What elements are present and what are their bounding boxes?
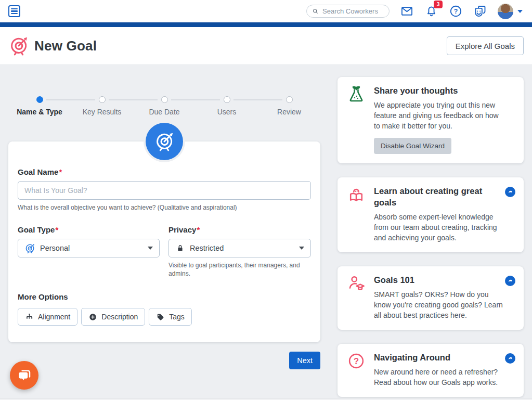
goal-form-card: Goal Name* What is the overall objective… — [8, 141, 320, 342]
coworker-search[interactable] — [306, 5, 390, 18]
personal-goal-icon — [24, 243, 35, 254]
privacy-value: Restricted — [190, 244, 224, 252]
wizard-column: Name & Type Key Results Due Date Users R… — [8, 65, 320, 400]
step-label-users: Users — [190, 108, 263, 116]
alignment-button[interactable]: Alignment — [18, 308, 77, 326]
step-connector — [171, 99, 220, 100]
step-label-key-results: Key Results — [66, 108, 138, 116]
learn-goals-card: Learn about creating great goals Absorb … — [338, 177, 524, 252]
tag-icon — [156, 313, 165, 321]
chat-bubbles-icon — [17, 368, 32, 383]
share-thoughts-card: Share your thoughts We appreciate you tr… — [338, 77, 524, 163]
share-arrow-icon — [507, 189, 514, 196]
step-connector — [233, 99, 282, 100]
lock-icon — [175, 243, 185, 253]
chevron-down-icon — [517, 10, 523, 13]
card-body: Absorb some expert-level knowledge from … — [374, 212, 503, 243]
notifications-bell-icon[interactable]: 3 — [424, 4, 438, 18]
goals-101-card: Goals 101 SMART goals? OKRs? How do you … — [338, 266, 524, 330]
footer-divider — [0, 398, 532, 400]
required-asterisk: * — [59, 167, 62, 176]
goal-bubble-icon — [146, 123, 183, 160]
description-button[interactable]: Description — [81, 308, 145, 326]
page-header: New Goal Explore All Goals — [0, 27, 532, 65]
step-label-due-date: Due Date — [128, 108, 201, 116]
mail-icon[interactable] — [400, 4, 414, 18]
open-link-button[interactable] — [505, 276, 515, 286]
svg-text:?: ? — [454, 8, 458, 15]
step-label-name-type: Name & Type — [3, 108, 76, 116]
card-title: Share your thoughts — [374, 85, 503, 96]
card-body: We appreciate you trying out this new fe… — [374, 100, 503, 131]
open-link-button[interactable] — [505, 353, 515, 364]
disable-goal-wizard-button[interactable]: Disable Goal Wizard — [374, 138, 451, 154]
chevron-down-icon — [148, 247, 153, 250]
masks-icon[interactable] — [473, 4, 487, 18]
tags-label: Tags — [169, 313, 185, 321]
page-title: New Goal — [34, 38, 97, 54]
card-title: Goals 101 — [374, 274, 503, 286]
svg-text:?: ? — [354, 356, 359, 366]
step-dot-name-type[interactable] — [36, 96, 43, 103]
step-dot-review[interactable] — [286, 96, 293, 103]
explore-all-goals-button[interactable]: Explore All Goals — [447, 36, 524, 55]
description-label: Description — [101, 313, 138, 321]
help-sidebar: Share your thoughts We appreciate you tr… — [338, 77, 524, 400]
card-title: Learn about creating great goals — [374, 185, 503, 208]
open-link-button[interactable] — [505, 187, 515, 197]
alignment-icon — [25, 313, 34, 321]
notification-count-badge: 3 — [434, 1, 443, 8]
step-connector — [109, 99, 158, 100]
required-asterisk: * — [55, 225, 58, 234]
goal-name-label: Goal Name* — [18, 167, 311, 176]
help-icon[interactable]: ? — [449, 4, 463, 18]
goal-type-select[interactable]: Personal — [18, 239, 160, 257]
top-navigation-bar: 3 ? — [0, 0, 532, 22]
next-button[interactable]: Next — [289, 352, 320, 369]
share-arrow-icon — [507, 355, 514, 362]
content-area: Name & Type Key Results Due Date Users R… — [0, 65, 532, 400]
graduate-icon — [347, 274, 366, 293]
chevron-down-icon — [299, 247, 304, 250]
hamburger-menu-icon[interactable] — [8, 5, 20, 17]
step-dot-users[interactable] — [224, 96, 230, 103]
avatar[interactable] — [498, 4, 513, 19]
alignment-label: Alignment — [38, 313, 70, 321]
privacy-helper: Visible to goal participants, their mana… — [168, 261, 311, 278]
question-icon: ? — [347, 352, 366, 370]
card-body: New around here or need a refresher? Rea… — [374, 367, 503, 388]
navbar-accent-strip — [0, 22, 532, 27]
plus-circle-icon — [88, 313, 97, 321]
person-reading-icon — [347, 185, 366, 204]
search-icon — [312, 8, 319, 15]
goal-target-icon — [8, 35, 29, 56]
card-title: Navigating Around — [374, 352, 503, 363]
navigating-around-card: ? Navigating Around New around here or n… — [338, 344, 524, 397]
step-dot-due-date[interactable] — [161, 96, 168, 103]
required-asterisk: * — [197, 225, 200, 234]
tags-button[interactable]: Tags — [149, 308, 192, 326]
more-options-label: More Options — [18, 292, 311, 301]
chat-launcher-button[interactable] — [10, 361, 38, 390]
goal-type-value: Personal — [40, 244, 70, 252]
privacy-label: Privacy* — [168, 225, 311, 234]
privacy-select[interactable]: Restricted — [168, 239, 311, 257]
search-input[interactable] — [322, 7, 384, 15]
flask-sprout-icon — [347, 85, 366, 104]
share-arrow-icon — [507, 278, 514, 285]
goal-name-input[interactable] — [18, 181, 311, 200]
card-body: SMART goals? OKRs? How do you know you'r… — [374, 289, 503, 320]
goal-name-helper: What is the overall objective you want t… — [18, 203, 311, 212]
user-menu[interactable] — [498, 4, 523, 19]
goal-type-label: Goal Type* — [18, 225, 160, 234]
step-label-review: Review — [253, 108, 326, 116]
step-connector — [46, 99, 95, 100]
step-dot-key-results[interactable] — [99, 96, 106, 103]
